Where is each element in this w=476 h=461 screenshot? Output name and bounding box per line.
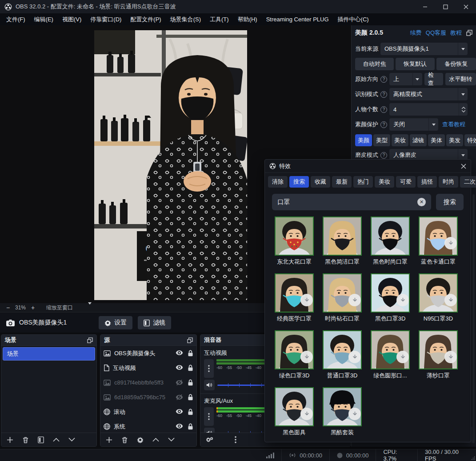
effect-thumbnail[interactable]: [419, 273, 458, 313]
menu-item-8[interactable]: Streaming Center PLUG: [262, 14, 333, 24]
backup-restore-button[interactable]: 备份恢复: [436, 58, 476, 70]
effect-card-2[interactable]: 黑色时尚口罩: [368, 216, 412, 266]
source-properties-button[interactable]: [137, 437, 144, 443]
effect-card-1[interactable]: 黑色简洁口罩: [320, 216, 364, 266]
menu-item-4[interactable]: 配置文件(P): [126, 14, 165, 25]
effect-thumbnail[interactable]: [323, 273, 362, 313]
effects-tab-8[interactable]: 时尚: [439, 176, 458, 188]
clear-search-icon[interactable]: ✕: [417, 198, 426, 206]
beauty-tab-0[interactable]: 美颜: [355, 134, 372, 146]
renew-link[interactable]: 续费: [410, 29, 422, 37]
maximize-button[interactable]: [435, 0, 456, 13]
resize-grip[interactable]: [471, 456, 475, 460]
channel-menu-button[interactable]: [204, 407, 214, 426]
effect-thumbnail[interactable]: [323, 216, 362, 256]
source-select[interactable]: OBS美颜摄像头1: [380, 43, 468, 55]
effect-card-12[interactable]: 黑色面具: [272, 387, 316, 437]
settings-button[interactable]: 设置: [99, 316, 132, 329]
search-input[interactable]: [277, 199, 417, 206]
popout-icon[interactable]: [466, 30, 472, 36]
menu-item-0[interactable]: 文件(F): [2, 14, 30, 25]
zoom-in-button[interactable]: +: [29, 304, 36, 311]
effect-card-3[interactable]: 蓝色卡通口罩: [416, 216, 460, 266]
check-button[interactable]: 检查: [424, 73, 443, 85]
lock-icon[interactable]: [188, 423, 193, 430]
lock-icon[interactable]: [188, 394, 193, 401]
menu-item-5[interactable]: 场景集合(S): [166, 14, 205, 25]
visibility-icon[interactable]: [176, 409, 183, 415]
effect-thumbnail[interactable]: [323, 387, 362, 426]
mixer-menu-button[interactable]: [235, 436, 236, 443]
zoom-out-button[interactable]: −: [4, 304, 12, 311]
download-icon[interactable]: [348, 408, 361, 420]
source-row-1[interactable]: 互动视频: [100, 361, 196, 375]
effect-thumbnail[interactable]: [419, 330, 458, 369]
effect-card-9[interactable]: 普通口罩3D: [320, 330, 364, 380]
beauty-tab-3[interactable]: 滤镜: [410, 134, 427, 146]
mute-button[interactable]: [204, 380, 215, 390]
effects-tab-7[interactable]: 搞怪: [417, 176, 437, 188]
effects-tab-0[interactable]: 清除: [268, 176, 288, 188]
remove-scene-button[interactable]: [22, 437, 29, 443]
source-row-4[interactable]: 滚动: [100, 405, 196, 419]
beauty-scrollbar[interactable]: [472, 194, 475, 443]
download-icon[interactable]: [300, 294, 313, 306]
search-box[interactable]: ✕: [272, 194, 431, 210]
move-scene-up-button[interactable]: [53, 437, 60, 442]
source-row-3[interactable]: 6d18859a5796bc75: [100, 390, 196, 405]
scene-filters-button[interactable]: [38, 437, 44, 443]
help-icon[interactable]: ?: [380, 106, 387, 113]
beauty-tab-6[interactable]: 特效: [464, 134, 476, 146]
effect-card-5[interactable]: 时尚钻石口罩: [320, 273, 364, 323]
help-icon[interactable]: ?: [380, 152, 387, 159]
effect-card-11[interactable]: 薄纱口罩: [416, 330, 460, 380]
add-scene-button[interactable]: [7, 437, 13, 443]
people-count-stepper[interactable]: 4: [389, 103, 468, 116]
download-icon[interactable]: [300, 408, 313, 420]
download-icon[interactable]: [444, 294, 457, 306]
tutorial-link[interactable]: 教程: [450, 29, 462, 37]
menu-item-1[interactable]: 编辑(E): [30, 14, 58, 25]
effect-thumbnail[interactable]: [275, 273, 314, 313]
visibility-off-icon[interactable]: [176, 379, 183, 386]
effect-thumbnail[interactable]: [419, 216, 458, 256]
channel-menu-button[interactable]: [204, 359, 214, 378]
source-row-5[interactable]: 系统: [100, 419, 196, 434]
popout-icon[interactable]: [187, 337, 193, 343]
help-icon[interactable]: ?: [380, 76, 387, 83]
effects-tab-2[interactable]: 收藏: [311, 176, 330, 188]
fit-dropdown-arrow-icon[interactable]: [88, 305, 92, 311]
effect-thumbnail[interactable]: [371, 216, 410, 256]
move-source-up-button[interactable]: [152, 437, 159, 442]
menu-item-2[interactable]: 视图(V): [58, 14, 86, 25]
effect-thumbnail[interactable]: [275, 387, 314, 426]
menu-item-7[interactable]: 帮助(H): [233, 14, 262, 25]
download-icon[interactable]: [444, 237, 457, 249]
beauty-tab-2[interactable]: 美妆: [392, 134, 408, 146]
effect-card-10[interactable]: 绿色圆形口...: [368, 330, 412, 380]
view-tutorial-link[interactable]: 查看教程: [442, 120, 465, 128]
source-row-0[interactable]: OBS美颜摄像头: [100, 346, 196, 361]
effect-thumbnail[interactable]: [323, 330, 362, 369]
move-scene-down-button[interactable]: [68, 437, 75, 442]
visibility-icon[interactable]: [176, 350, 183, 357]
visibility-icon[interactable]: [176, 365, 183, 371]
effect-thumbnail[interactable]: [371, 273, 410, 313]
close-button[interactable]: [456, 0, 476, 13]
remove-source-button[interactable]: [121, 437, 128, 443]
help-icon[interactable]: ?: [380, 91, 387, 98]
effect-card-4[interactable]: 经典医学口罩: [272, 273, 316, 323]
qq-support-link[interactable]: QQ客服: [426, 29, 446, 37]
restore-default-button[interactable]: 恢复默认: [396, 58, 434, 70]
effect-card-8[interactable]: 绿色口罩3D: [272, 330, 316, 380]
effects-tab-3[interactable]: 最新: [332, 176, 352, 188]
effect-thumbnail[interactable]: [371, 330, 410, 369]
beauty-tab-4[interactable]: 美体: [428, 134, 445, 146]
effects-tab-9[interactable]: 二次元: [460, 176, 476, 188]
lock-icon[interactable]: [188, 379, 193, 386]
source-row-2[interactable]: c8917f4ebbfbfe5ff3: [100, 375, 196, 390]
add-source-button[interactable]: [106, 437, 112, 443]
dialog-close-button[interactable]: [461, 164, 466, 169]
lock-icon[interactable]: [188, 409, 193, 415]
popout-icon[interactable]: [87, 337, 93, 343]
